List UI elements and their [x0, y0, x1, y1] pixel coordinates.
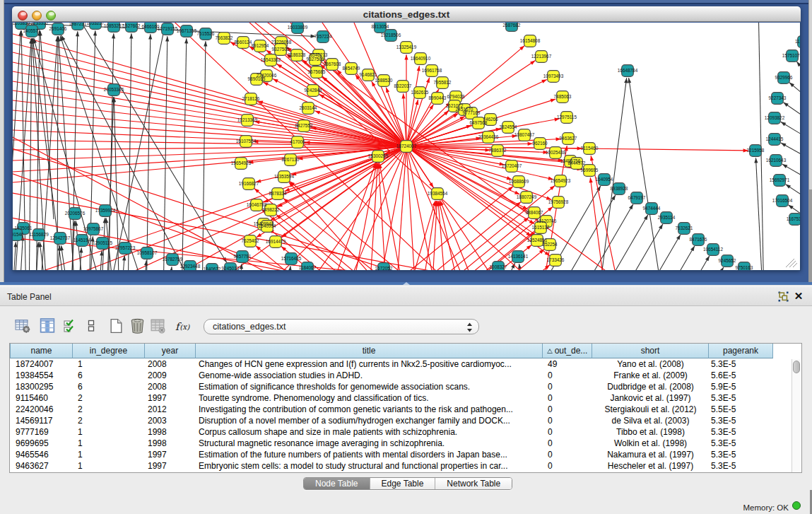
table-row[interactable]: 911546021997Tourette syndrome. Phenomeno… [10, 393, 773, 404]
right-splitter-gutter[interactable] [808, 0, 812, 285]
tab-node-table[interactable]: Node Table [304, 478, 370, 489]
svg-text:8444972: 8444972 [568, 160, 586, 165]
column-header-name[interactable]: name [10, 344, 73, 358]
table-row[interactable]: 1456911722003Disruption of a novel membe… [10, 416, 773, 427]
float-panel-icon[interactable] [778, 291, 789, 302]
svg-text:8186328: 8186328 [288, 52, 306, 57]
column-header-title[interactable]: title [196, 344, 543, 358]
row-select-icon[interactable] [63, 318, 76, 334]
cell-pagerank: 5.3E-5 [709, 393, 773, 404]
cell-year: 2008 [145, 382, 196, 393]
svg-text:9327505: 9327505 [272, 47, 290, 52]
column-visibility-icon[interactable] [40, 318, 55, 334]
table-row[interactable]: 969969511998Structural magnetic resonanc… [10, 438, 773, 450]
table-vertical-scrollbar[interactable] [792, 359, 801, 472]
column-header-in_degree[interactable]: in_degree [73, 344, 145, 358]
table-panel-titlebar[interactable]: Table Panel ✕ [0, 286, 812, 306]
svg-text:10807487: 10807487 [514, 132, 535, 137]
svg-text:9890165: 9890165 [248, 76, 266, 81]
cell-year: 1997 [145, 450, 196, 461]
column-header-year[interactable]: year [145, 344, 196, 358]
svg-text:20053346: 20053346 [104, 87, 124, 92]
svg-text:9884067: 9884067 [526, 210, 543, 215]
svg-text:9115460: 9115460 [581, 146, 599, 151]
svg-text:3824554: 3824554 [500, 124, 517, 129]
svg-text:1008327: 1008327 [490, 264, 507, 269]
svg-text:10853257: 10853257 [104, 23, 124, 28]
table-settings-icon[interactable] [15, 318, 30, 334]
function-builder-icon[interactable]: f (x) [175, 320, 194, 333]
cell-name: 9699695 [10, 438, 73, 450]
svg-text:8660124: 8660124 [235, 40, 252, 45]
cell-pagerank: 5.5E-5 [709, 404, 773, 416]
svg-text:12905115: 12905115 [93, 240, 112, 245]
delete-trash-icon[interactable] [130, 318, 145, 334]
svg-text:19756928: 19756928 [548, 199, 569, 204]
svg-text:18724007: 18724007 [396, 144, 417, 148]
svg-text:18640910: 18640910 [411, 56, 431, 61]
column-header-short[interactable]: short [592, 344, 709, 358]
table-row[interactable]: 946362711997Embryonic stem cells: a mode… [10, 461, 773, 472]
network-canvas[interactable]: 1103855223335214055712691406198723110532… [12, 23, 801, 271]
cell-pagerank: 5.3E-5 [709, 359, 773, 370]
delete-table-icon[interactable] [150, 318, 166, 334]
cell-short: Tibbo et al. (1998) [592, 427, 709, 438]
column-header-pagerank[interactable]: pagerank [709, 344, 773, 358]
tab-network-table[interactable]: Network Table [435, 478, 512, 489]
svg-text:1435061: 1435061 [15, 226, 33, 230]
close-panel-icon[interactable]: ✕ [793, 291, 804, 302]
svg-text:19384554: 19384554 [428, 191, 448, 196]
cell-in_degree: 2 [73, 393, 145, 404]
svg-text:8454749: 8454749 [343, 66, 360, 71]
svg-text:16543362: 16543362 [261, 57, 281, 62]
canvas-resize-grip-icon[interactable] [784, 257, 799, 269]
cell-pagerank: 5.3E-5 [709, 438, 773, 450]
column-header-out_de[interactable]: out_de... [543, 344, 592, 358]
cell-name: 18724007 [10, 359, 73, 370]
table-row[interactable]: 946554611997Estimation of the future num… [10, 450, 773, 461]
table-type-tabs: Node TableEdge TableNetwork Table [303, 477, 512, 490]
table-row[interactable]: 1830029562008Estimation of significance … [10, 382, 773, 393]
cell-year: 2003 [145, 416, 196, 427]
svg-text:12213369: 12213369 [237, 117, 258, 122]
table-header-row: namein_degreeyeartitleout_de...shortpage… [10, 344, 773, 358]
cell-name: 9463627 [10, 461, 73, 472]
svg-text:15692971: 15692971 [770, 177, 790, 182]
svg-text:12942737: 12942737 [50, 235, 71, 240]
svg-text:17359924: 17359924 [95, 208, 116, 213]
svg-text:1362615: 1362615 [411, 90, 429, 95]
cell-short: Nakamura et al. (1997) [592, 450, 709, 461]
tab-edge-table[interactable]: Edge Table [370, 478, 436, 489]
svg-text:14136141: 14136141 [508, 254, 529, 259]
cell-title: Genome-wide association studies in ADHD. [196, 370, 543, 382]
cell-out_de: 0 [543, 427, 592, 438]
new-file-icon[interactable] [110, 318, 123, 334]
cell-year: 1997 [145, 393, 196, 404]
cell-pagerank: 5.9E-5 [709, 382, 773, 393]
table-scrollbar-thumb[interactable] [793, 361, 800, 373]
svg-text:9463627: 9463627 [560, 136, 577, 141]
cell-out_de: 0 [543, 438, 592, 450]
table-row[interactable]: 1938455462009Genome-wide association stu… [10, 370, 773, 382]
cell-title: Estimation of significance thresholds fo… [196, 382, 543, 393]
svg-text:12213967: 12213967 [531, 54, 552, 59]
table-selector-combobox[interactable]: citations_edges.txt [204, 319, 479, 334]
left-splitter-gutter[interactable] [0, 0, 4, 285]
svg-text:962160: 962160 [532, 141, 548, 146]
svg-text:7625402: 7625402 [242, 238, 259, 243]
svg-text:1672052: 1672052 [375, 266, 393, 271]
network-window-titlebar[interactable]: citations_edges.txt [12, 6, 801, 22]
svg-text:9750163: 9750163 [736, 265, 753, 270]
table-row[interactable]: 977716911998Corpus callosum shape and si… [10, 427, 773, 438]
row-height-icon[interactable] [87, 318, 95, 334]
svg-text:252254: 252254 [542, 242, 558, 247]
table-row[interactable]: 2242004622012Investigating the contribut… [10, 404, 773, 416]
network-window-title: citations_edges.txt [12, 9, 801, 20]
cell-in_degree: 1 [73, 450, 145, 461]
svg-text:12923448: 12923448 [180, 264, 201, 269]
svg-text:13325419: 13325419 [396, 45, 417, 49]
svg-text:9227343: 9227343 [769, 95, 787, 100]
table-row[interactable]: 1872400712008Changes of HCN gene express… [10, 359, 773, 370]
svg-text:9327508: 9327508 [307, 57, 324, 62]
svg-text:15716485: 15716485 [281, 256, 302, 261]
